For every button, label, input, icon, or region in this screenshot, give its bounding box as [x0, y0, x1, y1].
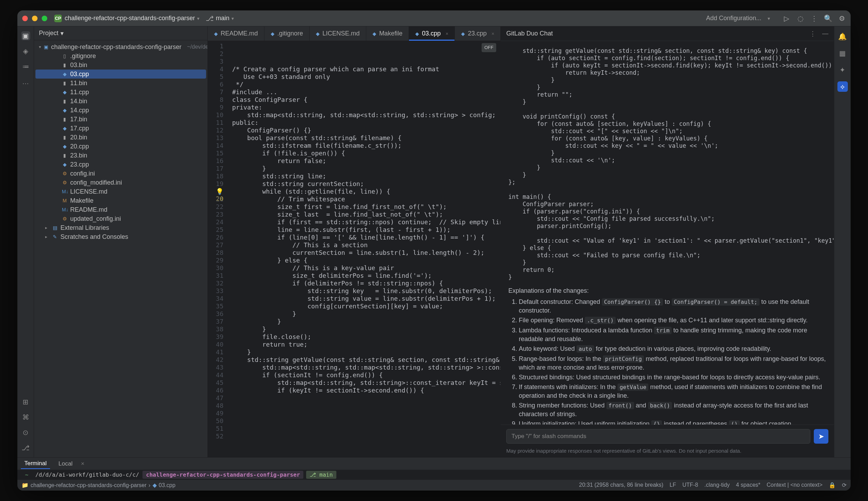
tree-file-17-bin[interactable]: ▮17.bin: [35, 115, 206, 124]
code-line[interactable]: */: [232, 81, 500, 88]
line-number[interactable]: 46: [208, 387, 227, 394]
close-tab-icon[interactable]: ×: [81, 460, 84, 467]
tree-file--gitignore[interactable]: ▯.gitignore: [35, 51, 206, 60]
line-number[interactable]: 37: [208, 318, 227, 325]
code-line[interactable]: config[currentSection][key] = value;: [232, 302, 500, 310]
code-line[interactable]: }: [232, 348, 500, 356]
line-number[interactable]: 6: [208, 81, 227, 88]
code-line[interactable]: ConfigParser() {}: [232, 127, 500, 134]
line-number[interactable]: 5: [208, 73, 227, 81]
line-number[interactable]: 9: [208, 104, 227, 111]
vcs-tool-icon[interactable]: ⎇: [21, 443, 30, 452]
chevron-down-icon[interactable]: ▾: [231, 16, 234, 21]
gitlab-duo-chat-button[interactable]: ⟡: [837, 81, 848, 92]
line-number[interactable]: 14: [208, 142, 227, 150]
status-context[interactable]: Context | <no context>: [767, 482, 822, 488]
tree-file-LICENSE-md[interactable]: M↓LICENSE.md: [35, 187, 206, 196]
commit-tool-icon[interactable]: ◈: [21, 47, 30, 56]
line-number[interactable]: 7: [208, 88, 227, 96]
tree-file-Makefile[interactable]: MMakefile: [35, 196, 206, 205]
line-number[interactable]: 10: [208, 111, 227, 119]
tree-file-03-bin[interactable]: ▮03.bin: [35, 60, 206, 70]
line-number[interactable]: 2: [208, 50, 227, 58]
terminal-tab[interactable]: Terminal: [21, 459, 50, 469]
code-line[interactable]: while (std::getline(file, line)) {: [232, 188, 500, 195]
code-line[interactable]: std::string value = line.substr(delimite…: [232, 295, 500, 302]
inspection-off-badge[interactable]: OFF: [482, 43, 496, 52]
project-tree[interactable]: ▾▣challenge-refactor-cpp-standards-confi…: [34, 40, 207, 457]
code-line[interactable]: std::string line;: [232, 172, 500, 180]
line-number[interactable]: 15: [208, 150, 227, 157]
code-line[interactable]: if (line[0] == '[' && line[line.length()…: [232, 234, 500, 241]
code-line[interactable]: }: [232, 165, 500, 172]
line-number[interactable]: 28: [208, 249, 227, 257]
code-line[interactable]: std::string key = line.substr(0, delimit…: [232, 287, 500, 295]
line-number[interactable]: 44: [208, 371, 227, 379]
line-number[interactable]: 25: [208, 226, 227, 234]
line-number[interactable]: 38: [208, 325, 227, 333]
chat-input[interactable]: Type "/" for slash commands: [506, 429, 810, 444]
chevron-down-icon[interactable]: ▾: [39, 45, 41, 49]
line-number[interactable]: 3: [208, 58, 227, 65]
line-number[interactable]: 41: [208, 348, 227, 356]
project-selector[interactable]: challenge-refactor-cpp-standards-config-…: [65, 15, 195, 22]
line-number[interactable]: 50: [208, 417, 227, 425]
code-line[interactable]: // This is a key-value pair: [232, 264, 500, 272]
notifications-icon[interactable]: 🔔: [837, 31, 848, 42]
problems-tool-icon[interactable]: ⊙: [21, 428, 30, 437]
code-line[interactable]: if (sectionIt != config.end()) {: [232, 371, 500, 379]
line-number[interactable]: 33: [208, 287, 227, 295]
tree-file-updated_config-ini[interactable]: ⚙updated_config.ini: [35, 214, 206, 223]
close-tab-icon[interactable]: ×: [445, 31, 448, 37]
line-number[interactable]: 40: [208, 341, 227, 348]
line-number[interactable]: 43: [208, 364, 227, 371]
code-line[interactable]: bool parse(const std::string& filename) …: [232, 134, 500, 142]
line-number[interactable]: 35: [208, 302, 227, 310]
tree-file-20-cpp[interactable]: ◆20.cpp: [35, 142, 206, 151]
tab-LICENSE-md[interactable]: ◆LICENSE.md: [310, 26, 366, 41]
code-line[interactable]: if (!file.is_open()) {: [232, 150, 500, 157]
local-tab[interactable]: Local: [55, 459, 76, 469]
terminal-tool-icon[interactable]: ⌘: [21, 413, 30, 422]
line-number[interactable]: 48: [208, 402, 227, 410]
code-line[interactable]: if (delimiterPos != std::string::npos) {: [232, 280, 500, 287]
line-number[interactable]: 23: [208, 211, 227, 218]
tree-file-14-cpp[interactable]: ◆14.cpp: [35, 106, 206, 115]
line-number[interactable]: 52: [208, 433, 227, 440]
code-line[interactable]: std::map<std::string, std::string>::cons…: [232, 379, 500, 387]
code-line[interactable]: Use C++03 standard only: [232, 73, 500, 81]
code-line[interactable]: }: [232, 318, 500, 325]
run-icon[interactable]: ▷: [783, 15, 790, 22]
search-icon[interactable]: 🔍: [824, 15, 832, 22]
tab--gitignore[interactable]: ◆.gitignore: [264, 26, 310, 41]
branch-selector[interactable]: main: [216, 15, 229, 22]
services-tool-icon[interactable]: ⊞: [21, 397, 30, 406]
line-number[interactable]: 51: [208, 425, 227, 433]
tree-external-libraries[interactable]: ▸▤External Libraries: [35, 223, 206, 232]
tree-file-11-cpp[interactable]: ◆11.cpp: [35, 88, 206, 97]
line-number[interactable]: 36: [208, 310, 227, 318]
line-number[interactable]: 34: [208, 295, 227, 302]
chevron-down-icon[interactable]: ▾: [60, 30, 64, 37]
line-number[interactable]: 42: [208, 356, 227, 364]
status-lock-icon[interactable]: 🔒: [829, 482, 836, 488]
stop-icon[interactable]: ◌: [796, 15, 804, 22]
code-line[interactable]: size_t last = line.find_last_not_of(" \t…: [232, 211, 500, 218]
tab-README-md[interactable]: ◆README.md: [208, 26, 264, 41]
status-file-crumb[interactable]: 03.cpp: [159, 482, 175, 488]
status-encoding[interactable]: UTF-8: [682, 482, 698, 488]
line-number[interactable]: 30: [208, 264, 227, 272]
line-number[interactable]: 13: [208, 134, 227, 142]
tree-file-23-cpp[interactable]: ◆23.cpp: [35, 160, 206, 169]
code-line[interactable]: class ConfigParser {: [232, 96, 500, 104]
code-line[interactable]: }: [232, 310, 500, 318]
tree-root[interactable]: ▾▣challenge-refactor-cpp-standards-confi…: [35, 42, 206, 51]
close-window-icon[interactable]: [22, 16, 28, 21]
settings-icon[interactable]: ⚙: [838, 15, 846, 22]
line-number[interactable]: 16: [208, 157, 227, 165]
tab-Makefile[interactable]: ◆Makefile: [366, 26, 409, 41]
line-number[interactable]: 29: [208, 257, 227, 264]
line-number[interactable]: 4: [208, 65, 227, 73]
chat-send-button[interactable]: ➤: [814, 429, 828, 444]
line-number[interactable]: 22: [208, 203, 227, 211]
